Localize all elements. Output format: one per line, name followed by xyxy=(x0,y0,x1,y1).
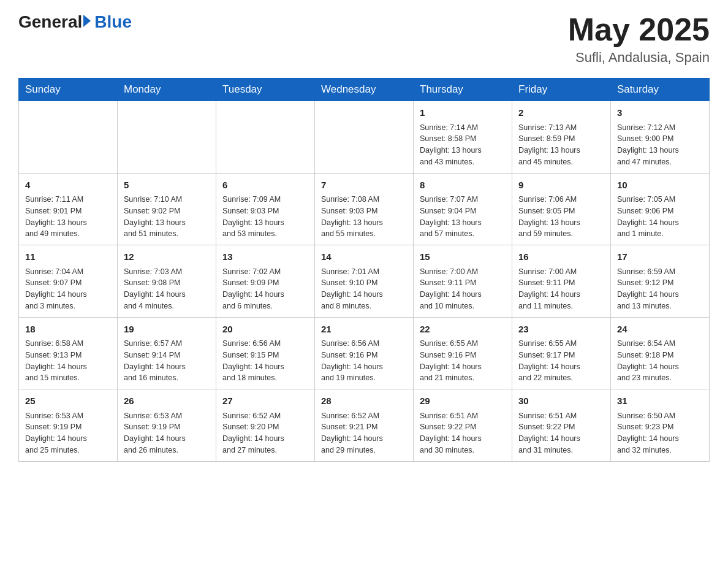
day-number: 12 xyxy=(124,250,210,264)
calendar-cell: 31Sunrise: 6:50 AM Sunset: 9:23 PM Dayli… xyxy=(611,389,710,462)
calendar-week-row: 11Sunrise: 7:04 AM Sunset: 9:07 PM Dayli… xyxy=(19,245,710,318)
calendar-cell: 4Sunrise: 7:11 AM Sunset: 9:01 PM Daylig… xyxy=(19,173,118,245)
calendar-cell: 20Sunrise: 6:56 AM Sunset: 9:15 PM Dayli… xyxy=(216,317,315,389)
calendar-cell: 24Sunrise: 6:54 AM Sunset: 9:18 PM Dayli… xyxy=(611,317,710,389)
day-info: Sunrise: 6:51 AM Sunset: 9:22 PM Dayligh… xyxy=(420,410,506,456)
weekday-header-tuesday: Tuesday xyxy=(216,79,315,101)
day-number: 7 xyxy=(321,178,407,193)
day-info: Sunrise: 6:58 AM Sunset: 9:13 PM Dayligh… xyxy=(25,338,111,384)
day-info: Sunrise: 6:59 AM Sunset: 9:12 PM Dayligh… xyxy=(617,266,703,312)
day-info: Sunrise: 7:04 AM Sunset: 9:07 PM Dayligh… xyxy=(25,266,111,312)
day-info: Sunrise: 6:53 AM Sunset: 9:19 PM Dayligh… xyxy=(124,410,210,456)
day-number: 19 xyxy=(124,323,210,337)
calendar-cell: 3Sunrise: 7:12 AM Sunset: 9:00 PM Daylig… xyxy=(611,101,710,174)
calendar-cell: 1Sunrise: 7:14 AM Sunset: 8:58 PM Daylig… xyxy=(414,101,512,174)
weekday-header-monday: Monday xyxy=(118,79,216,101)
logo: General Blue xyxy=(18,12,132,32)
day-number: 28 xyxy=(321,394,407,408)
day-info: Sunrise: 7:00 AM Sunset: 9:11 PM Dayligh… xyxy=(518,266,604,312)
day-info: Sunrise: 7:12 AM Sunset: 9:00 PM Dayligh… xyxy=(617,122,703,168)
day-number: 21 xyxy=(321,323,407,337)
day-number: 18 xyxy=(25,323,111,337)
day-info: Sunrise: 7:05 AM Sunset: 9:06 PM Dayligh… xyxy=(617,194,703,240)
day-info: Sunrise: 7:06 AM Sunset: 9:05 PM Dayligh… xyxy=(518,194,604,240)
calendar-week-row: 4Sunrise: 7:11 AM Sunset: 9:01 PM Daylig… xyxy=(19,173,710,245)
day-number: 9 xyxy=(518,178,604,193)
calendar-cell: 29Sunrise: 6:51 AM Sunset: 9:22 PM Dayli… xyxy=(414,389,512,462)
day-number: 31 xyxy=(617,394,703,408)
calendar-cell: 28Sunrise: 6:52 AM Sunset: 9:21 PM Dayli… xyxy=(315,389,414,462)
calendar-cell: 30Sunrise: 6:51 AM Sunset: 9:22 PM Dayli… xyxy=(512,389,611,462)
day-number: 1 xyxy=(420,106,506,120)
calendar-table: SundayMondayTuesdayWednesdayThursdayFrid… xyxy=(18,78,710,462)
day-info: Sunrise: 6:51 AM Sunset: 9:22 PM Dayligh… xyxy=(518,410,604,456)
day-info: Sunrise: 7:03 AM Sunset: 9:08 PM Dayligh… xyxy=(124,266,210,312)
logo-general-text: General xyxy=(18,12,82,32)
calendar-cell: 21Sunrise: 6:56 AM Sunset: 9:16 PM Dayli… xyxy=(315,317,414,389)
day-info: Sunrise: 6:57 AM Sunset: 9:14 PM Dayligh… xyxy=(124,338,210,384)
day-number: 26 xyxy=(124,394,210,408)
day-number: 20 xyxy=(222,323,308,337)
day-info: Sunrise: 7:02 AM Sunset: 9:09 PM Dayligh… xyxy=(222,266,308,312)
day-number: 14 xyxy=(321,250,407,264)
calendar-cell: 22Sunrise: 6:55 AM Sunset: 9:16 PM Dayli… xyxy=(414,317,512,389)
day-number: 5 xyxy=(124,178,210,193)
day-info: Sunrise: 6:54 AM Sunset: 9:18 PM Dayligh… xyxy=(617,338,703,384)
calendar-cell: 9Sunrise: 7:06 AM Sunset: 9:05 PM Daylig… xyxy=(512,173,611,245)
day-number: 22 xyxy=(420,323,506,337)
logo-arrow-icon xyxy=(83,15,91,27)
weekday-header-friday: Friday xyxy=(512,79,611,101)
month-title: May 2025 xyxy=(568,12,710,47)
page-header: General Blue May 2025 Sufli, Andalusia, … xyxy=(18,12,710,66)
calendar-cell xyxy=(19,101,118,174)
day-info: Sunrise: 6:56 AM Sunset: 9:15 PM Dayligh… xyxy=(222,338,308,384)
day-info: Sunrise: 7:01 AM Sunset: 9:10 PM Dayligh… xyxy=(321,266,407,312)
day-info: Sunrise: 6:52 AM Sunset: 9:21 PM Dayligh… xyxy=(321,410,407,456)
day-info: Sunrise: 7:00 AM Sunset: 9:11 PM Dayligh… xyxy=(420,266,506,312)
weekday-header-saturday: Saturday xyxy=(611,79,710,101)
calendar-cell xyxy=(216,101,315,174)
day-info: Sunrise: 7:14 AM Sunset: 8:58 PM Dayligh… xyxy=(420,122,506,168)
calendar-cell: 11Sunrise: 7:04 AM Sunset: 9:07 PM Dayli… xyxy=(19,245,118,318)
calendar-cell: 17Sunrise: 6:59 AM Sunset: 9:12 PM Dayli… xyxy=(611,245,710,318)
day-number: 3 xyxy=(617,106,703,120)
calendar-week-row: 1Sunrise: 7:14 AM Sunset: 8:58 PM Daylig… xyxy=(19,101,710,174)
day-info: Sunrise: 6:52 AM Sunset: 9:20 PM Dayligh… xyxy=(222,410,308,456)
calendar-cell xyxy=(118,101,216,174)
day-number: 15 xyxy=(420,250,506,264)
day-info: Sunrise: 6:56 AM Sunset: 9:16 PM Dayligh… xyxy=(321,338,407,384)
day-info: Sunrise: 6:55 AM Sunset: 9:17 PM Dayligh… xyxy=(518,338,604,384)
day-number: 27 xyxy=(222,394,308,408)
calendar-cell: 13Sunrise: 7:02 AM Sunset: 9:09 PM Dayli… xyxy=(216,245,315,318)
weekday-header-thursday: Thursday xyxy=(414,79,512,101)
day-number: 2 xyxy=(518,106,604,120)
calendar-cell: 25Sunrise: 6:53 AM Sunset: 9:19 PM Dayli… xyxy=(19,389,118,462)
calendar-cell: 10Sunrise: 7:05 AM Sunset: 9:06 PM Dayli… xyxy=(611,173,710,245)
calendar-cell: 8Sunrise: 7:07 AM Sunset: 9:04 PM Daylig… xyxy=(414,173,512,245)
day-number: 30 xyxy=(518,394,604,408)
calendar-week-row: 25Sunrise: 6:53 AM Sunset: 9:19 PM Dayli… xyxy=(19,389,710,462)
day-number: 11 xyxy=(25,250,111,264)
calendar-header-row: SundayMondayTuesdayWednesdayThursdayFrid… xyxy=(19,79,710,101)
calendar-cell: 6Sunrise: 7:09 AM Sunset: 9:03 PM Daylig… xyxy=(216,173,315,245)
calendar-cell: 23Sunrise: 6:55 AM Sunset: 9:17 PM Dayli… xyxy=(512,317,611,389)
day-info: Sunrise: 6:55 AM Sunset: 9:16 PM Dayligh… xyxy=(420,338,506,384)
day-number: 24 xyxy=(617,323,703,337)
calendar-cell: 18Sunrise: 6:58 AM Sunset: 9:13 PM Dayli… xyxy=(19,317,118,389)
calendar-week-row: 18Sunrise: 6:58 AM Sunset: 9:13 PM Dayli… xyxy=(19,317,710,389)
weekday-header-wednesday: Wednesday xyxy=(315,79,414,101)
logo-blue-text: Blue xyxy=(94,12,132,32)
weekday-header-sunday: Sunday xyxy=(19,79,118,101)
day-info: Sunrise: 7:11 AM Sunset: 9:01 PM Dayligh… xyxy=(25,194,111,240)
calendar-cell: 2Sunrise: 7:13 AM Sunset: 8:59 PM Daylig… xyxy=(512,101,611,174)
calendar-cell: 5Sunrise: 7:10 AM Sunset: 9:02 PM Daylig… xyxy=(118,173,216,245)
day-info: Sunrise: 7:08 AM Sunset: 9:03 PM Dayligh… xyxy=(321,194,407,240)
day-number: 8 xyxy=(420,178,506,193)
calendar-cell: 7Sunrise: 7:08 AM Sunset: 9:03 PM Daylig… xyxy=(315,173,414,245)
day-info: Sunrise: 6:53 AM Sunset: 9:19 PM Dayligh… xyxy=(25,410,111,456)
calendar-cell: 12Sunrise: 7:03 AM Sunset: 9:08 PM Dayli… xyxy=(118,245,216,318)
logo-blue-part: Blue xyxy=(82,12,132,32)
day-number: 4 xyxy=(25,178,111,193)
calendar-cell: 27Sunrise: 6:52 AM Sunset: 9:20 PM Dayli… xyxy=(216,389,315,462)
day-number: 16 xyxy=(518,250,604,264)
